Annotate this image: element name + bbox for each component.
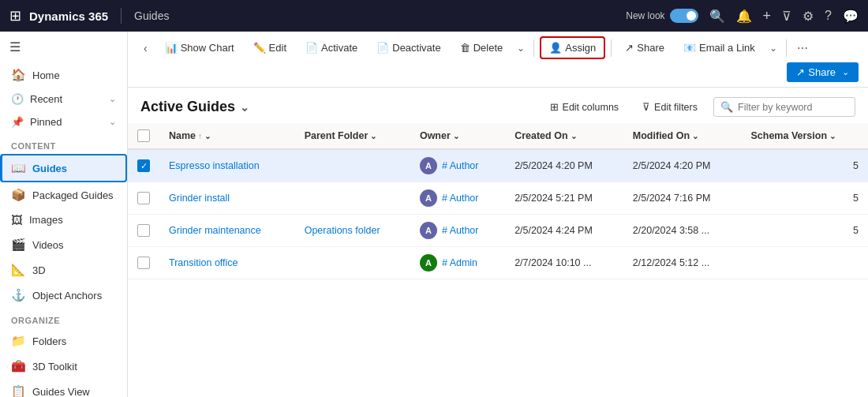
row-owner: A# Admin (410, 247, 505, 279)
show-chart-button[interactable]: 📊 Show Chart (157, 38, 242, 58)
delete-button[interactable]: 🗑 Delete (452, 38, 511, 58)
row-checkbox-cell (128, 215, 159, 247)
guide-name-link[interactable]: Espresso installation (169, 160, 260, 171)
edit-button[interactable]: ✏️ Edit (245, 38, 294, 58)
guide-name-link[interactable]: Grinder install (169, 193, 230, 204)
sidebar-item-3d-toolkit[interactable]: 🧰 3D Toolkit (0, 354, 127, 379)
images-icon: 🖼 (11, 213, 23, 227)
sidebar-item-pinned[interactable]: 📌 Pinned ⌄ (0, 110, 127, 133)
activate-button[interactable]: 📄 Activate (297, 38, 365, 58)
chevron-down-icon: ⌄ (109, 94, 116, 104)
sidebar-label-videos: Videos (32, 239, 64, 251)
sidebar-item-guides[interactable]: 📖 Guides (0, 154, 127, 182)
nav-right-actions: New look 🔍 🔔 + ⊽ ⚙ ? 💬 (626, 8, 859, 24)
row-checkbox-cell (128, 247, 159, 279)
header-checkbox-cell (128, 123, 159, 149)
share-button[interactable]: ↗ Share ⌄ (787, 62, 859, 82)
sidebar-label-guides-view: Guides View (32, 386, 90, 398)
toggle-switch[interactable] (670, 9, 698, 23)
new-look-toggle[interactable]: New look (626, 9, 698, 23)
edit-filters-button[interactable]: ⊽ Edit filters (634, 97, 705, 117)
col-header-modified-on[interactable]: Modified On ⌄ (623, 123, 742, 149)
hamburger-menu[interactable]: ☰ (0, 32, 127, 62)
sidebar-item-images[interactable]: 🖼 Images (0, 208, 127, 232)
table-header: Name ↑ ⌄ Parent Folder ⌄ (128, 123, 868, 149)
row-schema-version: 5 (741, 149, 868, 182)
row-owner: A# Author (410, 149, 505, 182)
share-btn-dropdown-icon: ⌄ (842, 67, 849, 77)
filter-input-wrapper: 🔍 (713, 97, 855, 117)
col-header-name[interactable]: Name ↑ ⌄ (159, 123, 295, 149)
delete-dropdown-button[interactable]: ⌄ (514, 39, 528, 58)
owner-link[interactable]: # Admin (442, 257, 477, 268)
row-checkbox[interactable] (137, 257, 150, 269)
owner-link[interactable]: # Author (442, 160, 479, 171)
row-checkbox[interactable]: ✓ (137, 159, 150, 172)
filter-keyword-input[interactable] (738, 102, 848, 113)
deactivate-button[interactable]: 📄 Deactivate (369, 38, 448, 58)
more-options-button[interactable]: ⋯ (792, 38, 813, 58)
add-icon[interactable]: + (763, 8, 772, 24)
sidebar-item-home[interactable]: 🏠 Home (0, 62, 127, 88)
sidebar-label-3d-toolkit: 3D Toolkit (32, 361, 77, 373)
folder-link[interactable]: Operations folder (305, 225, 380, 236)
guide-name-link[interactable]: Grinder maintenance (169, 225, 261, 236)
sidebar-item-object-anchors[interactable]: ⚓ Object Anchors (0, 283, 127, 308)
data-table-container: Name ↑ ⌄ Parent Folder ⌄ (128, 123, 868, 397)
header-checkbox[interactable] (137, 129, 150, 142)
bell-icon[interactable]: 🔔 (736, 9, 752, 24)
col-header-owner[interactable]: Owner ⌄ (410, 123, 505, 149)
col-header-created-on[interactable]: Created On ⌄ (505, 123, 623, 149)
edit-columns-button[interactable]: ⊞ Edit columns (542, 97, 627, 117)
row-owner: A# Author (410, 215, 505, 247)
sidebar-label-3d: 3D (32, 264, 46, 276)
filter-icon[interactable]: ⊽ (782, 9, 791, 24)
col-header-parent-folder[interactable]: Parent Folder ⌄ (295, 123, 410, 149)
back-button[interactable]: ‹ (137, 38, 154, 58)
funnel-icon: ⊽ (642, 101, 650, 113)
toolbar: ‹ 📊 Show Chart ✏️ Edit 📄 Activate 📄 Deac… (128, 32, 868, 88)
sidebar-item-recent[interactable]: 🕐 Recent ⌄ (0, 88, 127, 110)
toolbar-separator-2 (611, 39, 612, 57)
sidebar-item-3d[interactable]: 📐 3D (0, 257, 127, 283)
search-icon[interactable]: 🔍 (709, 9, 725, 24)
row-checkbox[interactable] (137, 192, 150, 204)
toolbar-separator-3 (786, 39, 787, 57)
recent-icon: 🕐 (11, 93, 24, 105)
row-checkbox-cell (128, 182, 159, 215)
row-owner: A# Author (410, 182, 505, 215)
chevron-down-icon: ⌄ (109, 117, 116, 127)
sidebar-item-folders[interactable]: 📁 Folders (0, 328, 127, 354)
help-icon[interactable]: ? (825, 9, 832, 23)
row-checkbox[interactable] (137, 224, 150, 237)
settings-icon[interactable]: ⚙ (803, 9, 814, 24)
owner-link[interactable]: # Author (442, 193, 479, 204)
sidebar-item-guides-view[interactable]: 📋 Guides View (0, 379, 127, 397)
share-link-label: Share (637, 42, 664, 54)
row-name: Espresso installation (159, 149, 295, 182)
assign-button[interactable]: 👤 Assign (540, 36, 605, 59)
brand-name: Dynamics 365 (29, 9, 108, 23)
email-dropdown-button[interactable]: ⌄ (766, 39, 780, 58)
share-btn-label: Share (808, 66, 836, 78)
deactivate-icon: 📄 (376, 42, 389, 54)
owner-link[interactable]: # Author (442, 225, 479, 236)
chat-icon[interactable]: 💬 (843, 9, 859, 24)
share-link-button[interactable]: ↗ Share (617, 38, 672, 58)
list-title-text: Active Guides (140, 99, 235, 115)
row-parent-folder: Operations folder (295, 215, 410, 247)
sidebar-item-videos[interactable]: 🎬 Videos (0, 232, 127, 257)
sidebar: ☰ 🏠 Home 🕐 Recent ⌄ 📌 Pinned ⌄ Content 📖… (0, 32, 128, 397)
col-dropdown-icon: ⌄ (453, 132, 459, 140)
table-row: Grinder maintenanceOperations folderA# A… (128, 215, 868, 247)
folders-icon: 📁 (11, 334, 26, 348)
guide-name-link[interactable]: Transition office (169, 257, 238, 268)
sidebar-item-packaged-guides[interactable]: 📦 Packaged Guides (0, 182, 127, 208)
list-title-dropdown-icon[interactable]: ⌄ (240, 101, 249, 114)
row-schema-version (741, 247, 868, 279)
delete-icon: 🗑 (460, 42, 470, 54)
email-link-button[interactable]: 📧 Email a Link (675, 38, 763, 58)
col-header-schema-version[interactable]: Schema Version ⌄ (741, 123, 868, 149)
grid-icon[interactable]: ⊞ (9, 7, 21, 24)
sidebar-label-home: Home (32, 69, 60, 81)
